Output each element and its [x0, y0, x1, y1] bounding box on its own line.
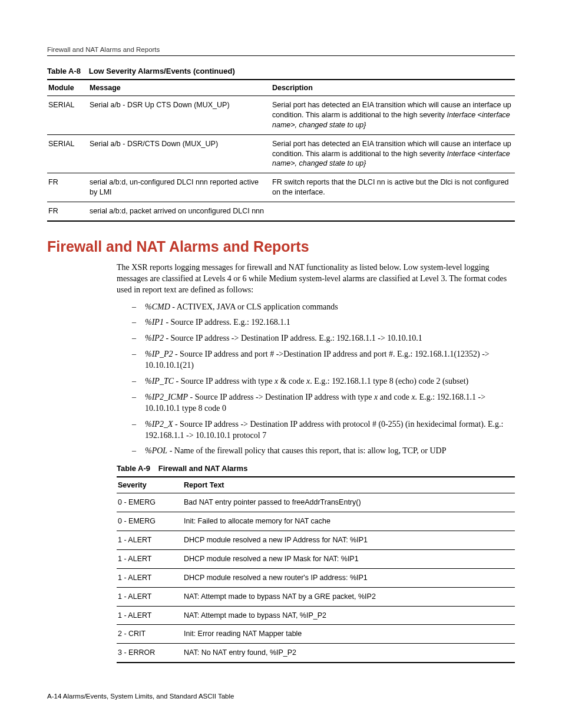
cell-text: DHCP module resolved a new IP Mask for N…	[183, 549, 515, 568]
table-row: 0 - EMERGBad NAT entry pointer passed to…	[117, 493, 515, 512]
table-row: FR serial a/b:d, packet arrived on uncon…	[47, 202, 515, 221]
cell-message: Serial a/b - DSR/CTS Down (MUX_UP)	[88, 134, 271, 173]
cell-text: DHCP module resolved a new IP Address fo…	[183, 531, 515, 550]
table-a9-title: Firewall and NAT Alarms	[158, 464, 248, 473]
cell-text: DHCP module resolved a new router's IP a…	[183, 568, 515, 587]
cell-severity: 1 - ALERT	[117, 587, 183, 606]
col-module: Module	[47, 80, 88, 96]
cell-module: FR	[47, 202, 88, 221]
list-item: %IP2 - Source IP address -> Destination …	[132, 333, 515, 344]
col-message: Message	[88, 80, 271, 96]
table-row: 1 - ALERTDHCP module resolved a new IP A…	[117, 531, 515, 550]
list-item: %IP2_X - Source IP address -> Destinatio…	[132, 419, 515, 442]
running-head: Firewall and NAT Alarms and Reports	[47, 46, 515, 53]
cell-description	[271, 202, 515, 221]
format-code-list: %CMD - ACTIVEX, JAVA or CLS application …	[132, 302, 515, 457]
table-a8-title: Low Severity Alarms/Events (continued)	[89, 67, 235, 75]
table-row: SERIAL Serial a/b - DSR Up CTS Down (MUX…	[47, 96, 515, 135]
table-row: 0 - EMERGInit: Failed to allocate memory…	[117, 512, 515, 531]
list-item: %CMD - ACTIVEX, JAVA or CLS application …	[132, 302, 515, 313]
cell-text: Init: Failed to allocate memory for NAT …	[183, 512, 515, 531]
list-item: %IP2_ICMP - Source IP address -> Destina…	[132, 392, 515, 414]
cell-module: SERIAL	[47, 134, 88, 173]
cell-text: Init: Error reading NAT Mapper table	[183, 625, 515, 644]
cell-module: FR	[47, 173, 88, 202]
cell-severity: 0 - EMERG	[117, 512, 183, 531]
col-report-text: Report Text	[183, 477, 515, 493]
cell-description: FR switch reports that the DLCI nn is ac…	[271, 173, 515, 202]
col-severity: Severity	[117, 477, 183, 493]
table-header-row: Module Message Description	[47, 80, 515, 96]
cell-text: NAT: No NAT entry found, %IP_P2	[183, 644, 515, 663]
cell-severity: 1 - ALERT	[117, 568, 183, 587]
list-item: %IP_TC - Source IP address with type x &…	[132, 376, 515, 387]
cell-severity: 1 - ALERT	[117, 606, 183, 625]
cell-text: NAT: Attempt made to bypass NAT by a GRE…	[183, 587, 515, 606]
cell-message: Serial a/b - DSR Up CTS Down (MUX_UP)	[88, 96, 271, 135]
cell-description: Serial port has detected an EIA transiti…	[271, 96, 515, 135]
table-row: 2 - CRITInit: Error reading NAT Mapper t…	[117, 625, 515, 644]
table-row: FR serial a/b:d, un-configured DLCI nnn …	[47, 173, 515, 202]
table-a9-number: Table A-9	[117, 464, 150, 473]
table-row: 3 - ERRORNAT: No NAT entry found, %IP_P2	[117, 644, 515, 663]
header-rule	[47, 55, 515, 56]
cell-message: serial a/b:d, packet arrived on unconfig…	[88, 202, 271, 221]
list-item: %IP_P2 - Source IP address and port # ->…	[132, 349, 515, 371]
table-header-row: Severity Report Text	[117, 477, 515, 493]
intro-paragraph: The XSR reports logging messages for fir…	[117, 262, 515, 296]
table-row: 1 - ALERTDHCP module resolved a new IP M…	[117, 549, 515, 568]
cell-text: NAT: Attempt made to bypass NAT, %IP_P2	[183, 606, 515, 625]
cell-severity: 0 - EMERG	[117, 493, 183, 512]
table-a9: Severity Report Text 0 - EMERGBad NAT en…	[117, 476, 515, 663]
table-a8-number: Table A-8	[47, 67, 81, 75]
page-footer: A-14 Alarms/Events, System Limits, and S…	[47, 693, 234, 700]
cell-severity: 1 - ALERT	[117, 549, 183, 568]
cell-severity: 1 - ALERT	[117, 531, 183, 550]
table-row: SERIAL Serial a/b - DSR/CTS Down (MUX_UP…	[47, 134, 515, 173]
col-description: Description	[271, 80, 515, 96]
table-row: 1 - ALERTDHCP module resolved a new rout…	[117, 568, 515, 587]
cell-severity: 2 - CRIT	[117, 625, 183, 644]
table-a9-caption: Table A-9 Firewall and NAT Alarms	[117, 464, 515, 473]
cell-description: Serial port has detected an EIA transiti…	[271, 134, 515, 173]
table-row: 1 - ALERTNAT: Attempt made to bypass NAT…	[117, 606, 515, 625]
cell-message: serial a/b:d, un-configured DLCI nnn rep…	[88, 173, 271, 202]
cell-text: Bad NAT entry pointer passed to freeAddr…	[183, 493, 515, 512]
table-a8: Module Message Description SERIAL Serial…	[47, 79, 515, 222]
cell-module: SERIAL	[47, 96, 88, 135]
table-row: 1 - ALERTNAT: Attempt made to bypass NAT…	[117, 587, 515, 606]
cell-severity: 3 - ERROR	[117, 644, 183, 663]
table-a8-caption: Table A-8 Low Severity Alarms/Events (co…	[47, 67, 515, 75]
section-heading: Firewall and NAT Alarms and Reports	[47, 238, 515, 255]
list-item: %POL - Name of the firewall policy that …	[132, 446, 515, 457]
list-item: %IP1 - Source IP address. E.g.: 192.168.…	[132, 317, 515, 328]
